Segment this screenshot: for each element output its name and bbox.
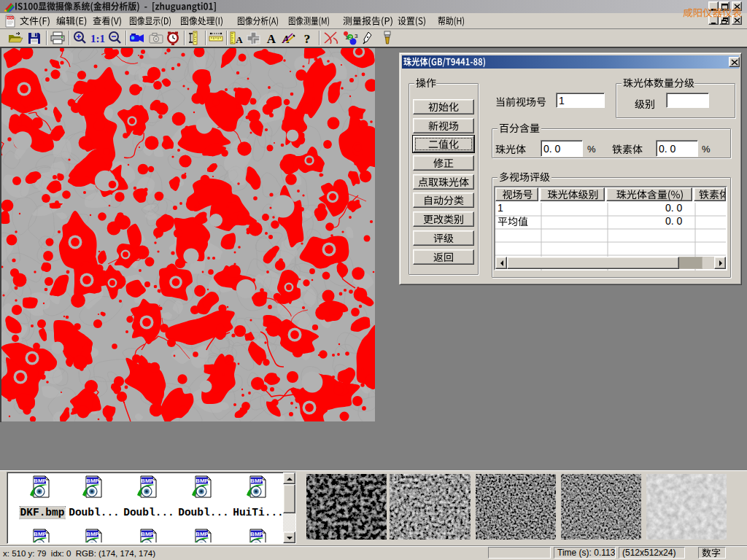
svg-text:1:1: 1:1 (90, 33, 105, 44)
svg-text:3: 3 (355, 33, 358, 39)
svg-text:?: ? (304, 32, 311, 46)
svg-text:2: 2 (349, 34, 352, 41)
svg-text:A: A (267, 32, 276, 46)
svg-text:A: A (236, 34, 243, 45)
